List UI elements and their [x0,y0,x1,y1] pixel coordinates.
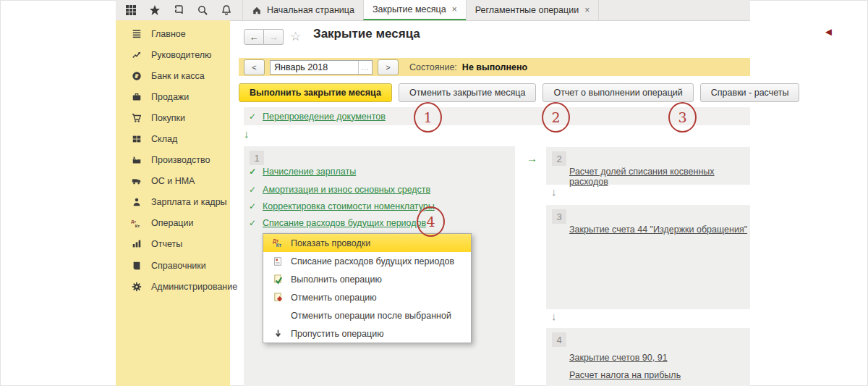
sidebar-item-label: Зарплата и кадры [151,197,227,207]
bar-chart-icon [131,239,142,250]
sidebar-item-label: Склад [151,134,177,144]
svg-text:Кт: Кт [276,243,281,248]
back-button[interactable]: ← [244,29,264,45]
history-icon[interactable] [172,4,184,17]
menu-item-label: Пропустить операцию [291,329,384,339]
grid-boxes-icon [131,134,142,145]
sidebar-item-main[interactable]: Главное [116,23,230,44]
previous-period-button[interactable]: < [244,59,265,75]
forward-button[interactable]: → [264,29,284,45]
check-icon: ✓ [249,201,256,211]
tab-scheduled-operations[interactable]: Регламентные операции × [466,0,599,20]
sidebar-item-purchases[interactable]: Покупки [116,107,230,128]
ruble-circle-icon: ₽ [131,70,142,81]
tab-home-page[interactable]: Начальная страница [242,0,363,20]
menu-item-skip-operation[interactable]: Пропустить операцию [263,324,471,343]
sidebar-item-bank-cash[interactable]: ₽ Банк и касса [116,65,230,86]
flow-right-arrow-icon: → [527,152,537,164]
sidebar-item-label: Справочники [151,261,206,271]
reposting-link[interactable]: Перепроведение документов [263,112,386,122]
stage3-panel: 3 Закрытие счета 44 "Издержки обращения" [546,205,750,309]
trend-chart-icon [131,49,142,60]
stage4-number: 4 [552,332,566,347]
sidebar-item-directories[interactable]: Справочники [116,255,230,276]
no-icon [272,310,284,322]
menu-item-show-postings[interactable]: ДтКт Показать проводки [263,234,471,252]
stage1-number: 1 [250,151,264,165]
operation-link-payroll[interactable]: Начисление зарплаты [263,167,356,177]
factory-icon [131,155,142,166]
notifications-bell-icon[interactable] [220,4,232,17]
period-state-bar: < ... > Состояние: Не выполнено [239,58,750,76]
quick-launch-icons [116,0,242,20]
operation-link-account44-closing[interactable]: Закрытие счета 44 "Издержки обращения" [569,225,747,235]
operation-link-deferred-expenses[interactable]: Списание расходов будущих периодов [263,218,426,228]
dt-kt-icon: ДтКт [131,218,142,229]
sidebar-item-fixed-assets[interactable]: ОС и НМА [116,171,230,192]
tab-close-icon[interactable]: × [452,4,457,14]
sidebar-item-label: Администрирование [151,282,237,292]
references-calculations-button[interactable]: Справки - расчеты [700,83,800,102]
sidebar-item-sales[interactable]: Продажи [116,86,230,107]
menu-item-execute-operation[interactable]: Выполнить операцию [263,270,471,288]
sidebar-nav: Главное Руководителю ₽ Банк и касса Прод… [116,20,230,386]
favorites-star-icon[interactable] [148,4,161,17]
sidebar-item-manager[interactable]: Руководителю [116,44,230,65]
apps-icon[interactable] [124,4,137,17]
period-picker-ellipsis-button[interactable]: ... [358,61,372,74]
annotation-circle-2: 2 [542,102,570,133]
document-cancel-icon [272,292,284,303]
check-icon: ✓ [249,185,256,195]
execute-month-closing-button[interactable]: Выполнить закрытие месяца [239,83,392,102]
svg-text:Кт: Кт [135,223,140,228]
operation-link-indirect-expenses[interactable]: Расчет долей списания косвенных расходов [569,167,750,187]
tab-label: Закрытие месяца [373,4,446,14]
sidebar-item-label: Производство [151,155,210,165]
menu-item-label: Выполнить операцию [291,274,382,285]
annotation-circle-3: 3 [668,102,697,133]
search-icon[interactable] [196,4,208,17]
stage2-number: 2 [552,151,566,166]
sidebar-item-administration[interactable]: Администрирование [116,276,230,297]
check-icon: ✓ [249,167,256,177]
truck-icon [131,176,142,187]
menu-item-cancel-after-selected[interactable]: Отменить операции после выбранной [263,306,471,324]
tab-label: Начальная страница [267,5,354,15]
sidebar-item-reports[interactable]: Отчеты [116,234,230,255]
sidebar-item-label: Банк и касса [151,71,205,81]
menu-item-label: Списание расходов будущих периодов [291,256,454,267]
sidebar-item-production[interactable]: Производство [116,150,230,171]
menu-item-label: Отменить операцию [291,293,377,303]
favorite-star-icon[interactable]: ☆ [290,29,301,44]
next-period-button[interactable]: > [378,59,399,75]
operation-link-income-tax[interactable]: Расчет налога на прибыль [569,370,681,380]
menu-item-label: Отменить операции после выбранной [291,311,451,321]
check-icon: ✓ [249,218,256,228]
sidebar-item-salary-hr[interactable]: Зарплата и кадры [116,192,230,213]
operations-report-button[interactable]: Отчет о выполнении операций [542,83,693,102]
sidebar-item-label: Отчеты [151,239,182,249]
operation-link-accounts-90-91-closing[interactable]: Закрытие счетов 90, 91 [569,353,668,363]
gear-icon [131,281,142,292]
cancel-month-closing-button[interactable]: Отменить закрытие месяца [399,83,537,102]
annotation-cursor-icon: ◄ [823,25,834,38]
tab-month-closing[interactable]: Закрытие месяца × [363,0,466,20]
menu-item-deferred-expenses[interactable]: Списание расходов будущих периодов [263,252,471,270]
sidebar-item-label: Операции [151,218,193,228]
operation-link-depreciation[interactable]: Амортизация и износ основных средств [263,185,430,195]
sidebar-item-warehouse[interactable]: Склад [116,128,230,149]
tab-close-icon[interactable]: × [584,5,590,15]
document-icon [272,256,284,267]
operation-link-cost-adjustment[interactable]: Корректировка стоимости номенклатуры [263,201,435,211]
menu-item-cancel-operation[interactable]: Отменить операцию [263,288,471,306]
sidebar-item-label: Руководителю [151,50,211,60]
app-window: Начальная страница Закрытие месяца × Рег… [0,0,868,386]
state-label: Состояние: [409,62,457,72]
state-value: Не выполнено [462,62,527,72]
period-input[interactable] [271,61,358,74]
top-toolbar: Начальная страница Закрытие месяца × Рег… [116,0,750,21]
sidebar-item-label: ОС и НМА [151,176,195,186]
flow-down-arrow-icon: ↓ [244,127,250,140]
sidebar-item-label: Главное [151,29,186,39]
sidebar-item-operations[interactable]: ДтКт Операции [116,213,230,234]
